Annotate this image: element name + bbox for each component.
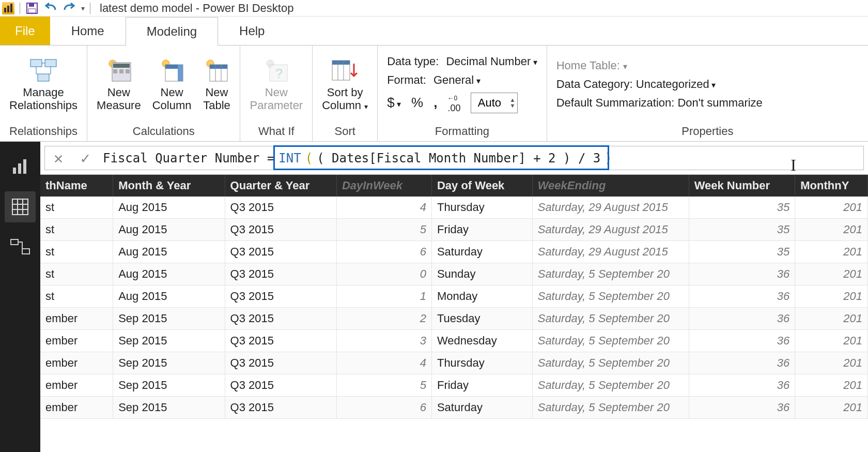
cell[interactable]: 36 [689, 285, 795, 308]
col-weekending[interactable]: WeekEnding [532, 175, 689, 197]
cell[interactable]: Monday [431, 285, 532, 308]
cell[interactable]: 36 [689, 374, 795, 397]
cell[interactable]: 36 [689, 330, 795, 352]
cell[interactable]: Q3 2015 [225, 352, 336, 374]
col-day-of-week[interactable]: Day of Week [431, 175, 532, 197]
cell[interactable]: Saturday, 5 September 20 [532, 308, 689, 330]
cell[interactable]: 3 [336, 330, 431, 352]
cell[interactable]: 201 [795, 308, 868, 330]
cell[interactable]: 1 [336, 285, 431, 308]
chevron-down-icon[interactable]: ▼ [509, 103, 515, 109]
datatype-dropdown[interactable]: Decimal Number [446, 55, 537, 68]
home-table-dropdown[interactable] [623, 59, 627, 72]
col-quarter-year[interactable]: Quarter & Year [225, 175, 336, 197]
format-dropdown[interactable]: General [433, 73, 481, 87]
new-column-button[interactable]: New Column [152, 56, 192, 111]
table-row[interactable]: stAug 2015Q3 20155FridaySaturday, 29 Aug… [40, 219, 868, 241]
cell[interactable]: Saturday, 29 August 2015 [532, 219, 689, 241]
cell[interactable]: 201 [795, 330, 868, 352]
cell[interactable]: st [40, 219, 113, 241]
cell[interactable]: Q3 2015 [225, 197, 336, 219]
tab-file[interactable]: File [0, 17, 50, 45]
tab-help[interactable]: Help [218, 17, 286, 45]
table-row[interactable]: stAug 2015Q3 20156SaturdaySaturday, 29 A… [40, 241, 868, 263]
cell[interactable]: Q3 2015 [225, 263, 336, 285]
cell[interactable]: Sep 2015 [113, 308, 225, 330]
model-view-button[interactable] [5, 232, 36, 263]
cell[interactable]: st [40, 241, 113, 263]
undo-button[interactable] [44, 2, 57, 15]
cell[interactable]: Q3 2015 [225, 308, 336, 330]
cell[interactable]: ember [40, 308, 113, 330]
chevron-up-icon[interactable]: ▲ [509, 97, 515, 103]
cell[interactable]: 201 [795, 263, 868, 285]
cell[interactable]: Aug 2015 [113, 219, 225, 241]
decimals-stepper[interactable]: ▲▼ [471, 93, 518, 113]
cell[interactable]: 6 [336, 397, 431, 419]
col-monthny[interactable]: MonthnY [795, 175, 868, 197]
new-table-button[interactable]: New Table [203, 56, 230, 111]
cell[interactable]: Saturday, 5 September 20 [532, 397, 689, 419]
col-week-number[interactable]: Week Number [689, 175, 795, 197]
col-thname[interactable]: thName [40, 175, 113, 197]
cell[interactable]: 35 [689, 197, 795, 219]
cell[interactable]: Saturday, 5 September 20 [532, 285, 689, 308]
cell[interactable]: 201 [795, 219, 868, 241]
decimals-value[interactable] [471, 96, 507, 110]
cell[interactable]: 5 [336, 374, 431, 397]
cell[interactable]: 36 [689, 308, 795, 330]
cell[interactable]: Sep 2015 [113, 374, 225, 397]
cell[interactable]: Sep 2015 [113, 352, 225, 374]
cell[interactable]: 6 [336, 241, 431, 263]
col-dayinweek[interactable]: DayInWeek [336, 175, 431, 197]
cell[interactable]: ember [40, 352, 113, 374]
sort-by-column-button[interactable]: Sort by Column ▾ [322, 56, 368, 111]
cell[interactable]: Sep 2015 [113, 330, 225, 352]
cell[interactable]: ember [40, 330, 113, 352]
table-row[interactable]: emberSep 2015Q3 20153WednesdaySaturday, … [40, 330, 868, 352]
table-row[interactable]: emberSep 2015Q3 20155FridaySaturday, 5 S… [40, 374, 868, 397]
cell[interactable]: Q3 2015 [225, 285, 336, 308]
formula-input[interactable]: Fiscal Quarter Number = INT ( ( Dates[Fi… [99, 146, 863, 170]
cell[interactable]: Q3 2015 [225, 397, 336, 419]
report-view-button[interactable] [5, 151, 36, 182]
cell[interactable]: 4 [336, 352, 431, 374]
formula-bar[interactable]: ✕ ✓ Fiscal Quarter Number = INT ( ( Date… [44, 146, 864, 170]
cell[interactable]: st [40, 197, 113, 219]
cell[interactable]: st [40, 263, 113, 285]
cell[interactable]: 2 [336, 308, 431, 330]
currency-button[interactable]: $ [387, 95, 401, 111]
data-view-button[interactable] [5, 191, 36, 222]
table-row[interactable]: emberSep 2015Q3 20152TuesdaySaturday, 5 … [40, 308, 868, 330]
cell[interactable]: Saturday, 29 August 2015 [532, 197, 689, 219]
table-row[interactable]: emberSep 2015Q3 20154ThursdaySaturday, 5… [40, 352, 868, 374]
cell[interactable]: Saturday, 5 September 20 [532, 263, 689, 285]
cancel-button[interactable]: ✕ [45, 149, 72, 167]
cell[interactable]: Aug 2015 [113, 197, 225, 219]
cell[interactable]: Thursday [431, 197, 532, 219]
table-row[interactable]: stAug 2015Q3 20154ThursdaySaturday, 29 A… [40, 197, 868, 219]
cell[interactable]: Aug 2015 [113, 285, 225, 308]
tab-home[interactable]: Home [50, 17, 126, 45]
cell[interactable]: 4 [336, 197, 431, 219]
table-row[interactable]: stAug 2015Q3 20150SundaySaturday, 5 Sept… [40, 263, 868, 285]
cell[interactable]: 36 [689, 263, 795, 285]
cell[interactable]: 201 [795, 285, 868, 308]
cell[interactable]: 36 [689, 352, 795, 374]
cell[interactable]: Sunday [431, 263, 532, 285]
data-category-dropdown[interactable]: Uncategorized [636, 78, 716, 91]
tab-modeling[interactable]: Modeling [126, 17, 218, 46]
new-measure-button[interactable]: New Measure [97, 56, 141, 111]
cell[interactable]: Saturday, 29 August 2015 [532, 241, 689, 263]
cell[interactable]: 201 [795, 397, 868, 419]
cell[interactable]: 201 [795, 241, 868, 263]
cell[interactable]: Aug 2015 [113, 263, 225, 285]
cell[interactable]: 35 [689, 241, 795, 263]
cell[interactable]: Friday [431, 374, 532, 397]
cell[interactable]: 0 [336, 263, 431, 285]
data-table[interactable]: thName Month & Year Quarter & Year DayIn… [40, 175, 868, 419]
decimals-icon[interactable]: ←0.00 [447, 92, 460, 114]
qat-dropdown-icon[interactable]: ▾ [81, 4, 85, 12]
save-button[interactable] [25, 2, 39, 15]
cell[interactable]: 201 [795, 374, 868, 397]
